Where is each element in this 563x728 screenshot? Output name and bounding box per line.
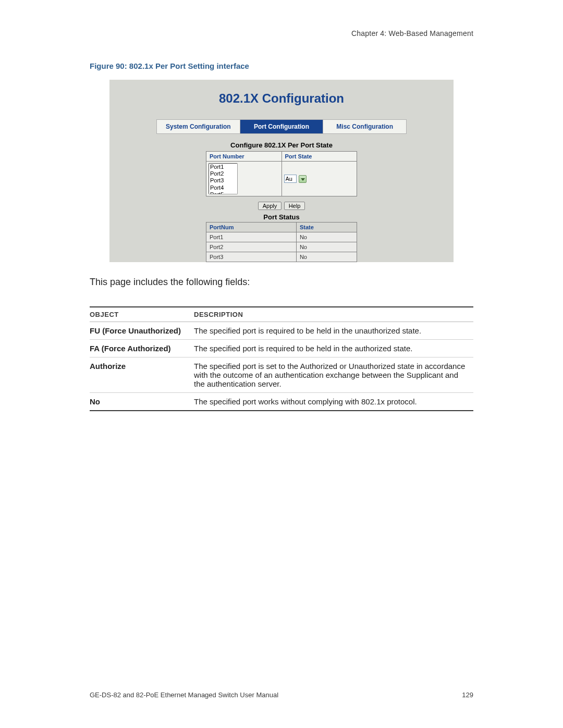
config-title: 802.1X Configuration [119,91,444,106]
tab-misc-configuration[interactable]: Misc Configuration [323,120,406,133]
field-description: The specified port is required to be hel… [194,322,473,340]
fields-table: OBJECT DESCRIPTION FU (Force Unauthorize… [90,306,473,411]
port-number-listbox[interactable]: Port1 Port2 Port3 Port4 Port5 [209,163,238,194]
figure-caption: Figure 90: 802.1x Per Port Setting inter… [90,61,473,70]
tab-port-configuration[interactable]: Port Configuration [240,120,324,133]
footer-page-number: 129 [462,691,473,699]
cell-portnum: Port1 [206,232,297,242]
field-description: The specified port is set to the Authori… [194,357,473,393]
field-object: FA (Force Authorized) [90,340,194,357]
col-state: State [296,223,357,232]
field-object: FU (Force Unauthorized) [90,322,194,340]
table-row: Authorize The specified port is set to t… [90,357,473,393]
port-option[interactable]: Port3 [209,177,237,184]
table-row: FU (Force Unauthorized) The specified po… [90,322,473,340]
chapter-header: Chapter 4: Web-Based Management [90,29,473,38]
port-status-table: PortNum State Port1 No Port2 No Port3 No [206,222,357,262]
cell-portnum: Port3 [206,252,297,262]
table-row: No The specified port works without comp… [90,393,473,411]
port-status-heading: Port Status [119,213,444,221]
field-description: The specified port works without complyi… [194,393,473,411]
fields-header-description: DESCRIPTION [194,307,473,322]
table-row: Port1 No [206,232,357,242]
screenshot-panel: 802.1X Configuration System Configuratio… [109,80,454,262]
field-object: Authorize [90,357,194,393]
port-option[interactable]: Port2 [209,170,237,177]
col-port-state: Port State [282,152,357,162]
port-state-dropdown-icon[interactable] [299,175,307,183]
col-portnum: PortNum [206,223,297,232]
help-button[interactable]: Help [284,202,305,210]
configure-heading: Configure 802.1X Per Port State [119,141,444,149]
tab-system-configuration[interactable]: System Configuration [157,120,240,133]
cell-portnum: Port2 [206,242,297,252]
intro-text: This page includes the following fields: [90,277,473,288]
port-option[interactable]: Port5 [209,191,237,194]
field-description: The specified port is required to be hel… [194,340,473,357]
table-row: Port3 No [206,252,357,262]
table-row: FA (Force Authorized) The specified port… [90,340,473,357]
footer-manual-title: GE-DS-82 and 82-PoE Ethernet Managed Swi… [90,691,278,699]
cell-state: No [296,232,357,242]
table-row: Port2 No [206,242,357,252]
port-option[interactable]: Port4 [209,184,237,191]
config-tabs: System Configuration Port Configuration … [156,119,407,134]
cell-state: No [296,252,357,262]
col-port-number: Port Number [206,152,282,162]
cell-state: No [296,242,357,252]
port-state-input[interactable] [284,175,297,183]
page-footer: GE-DS-82 and 82-PoE Ethernet Managed Swi… [90,691,473,699]
port-option[interactable]: Port1 [209,164,237,170]
fields-header-object: OBJECT [90,307,194,322]
apply-button[interactable]: Apply [258,202,282,210]
configure-table: Port Number Port State Port1 Port2 Port3… [206,151,357,196]
field-object: No [90,393,194,411]
